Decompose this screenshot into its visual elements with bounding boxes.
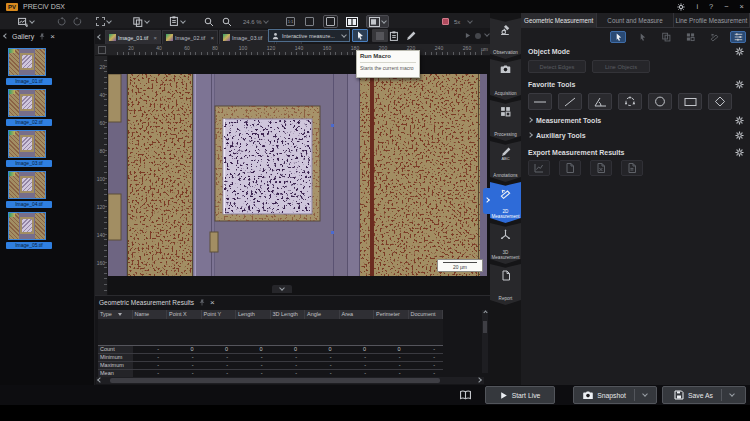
tab-line-profile-measurement[interactable]: Line Profile Measurement bbox=[674, 13, 750, 28]
close-icon[interactable]: × bbox=[740, 2, 744, 11]
scrollbar-thumb[interactable] bbox=[110, 378, 440, 383]
gallery-item[interactable]: Image_04.tif bbox=[0, 171, 95, 208]
column-header-type[interactable]: Type bbox=[98, 310, 133, 319]
column-header[interactable]: Point Y bbox=[202, 310, 237, 319]
auxiliary-tools-header[interactable]: Auxiliary Tools bbox=[528, 132, 586, 139]
nav-report[interactable]: Report bbox=[490, 264, 521, 305]
pin-icon[interactable] bbox=[38, 32, 46, 41]
tab-close-icon[interactable]: × bbox=[153, 35, 157, 41]
align-object-button[interactable] bbox=[682, 31, 698, 43]
export-chart-button[interactable] bbox=[528, 160, 550, 176]
measure-pointer-button[interactable] bbox=[706, 31, 722, 43]
image-nav-dot-icon[interactable] bbox=[475, 33, 481, 39]
export-file-button[interactable] bbox=[559, 160, 581, 176]
gallery-thumbnail[interactable] bbox=[8, 89, 46, 117]
circle-tool-button[interactable] bbox=[648, 93, 672, 110]
minimize-icon[interactable]: − bbox=[724, 2, 728, 11]
fit-to-window-button[interactable] bbox=[303, 15, 316, 28]
objective-lens-select[interactable]: 5x bbox=[440, 15, 474, 28]
column-header[interactable]: Length bbox=[236, 310, 271, 319]
gallery-thumbnail[interactable] bbox=[8, 171, 46, 199]
nav-2d-measurement[interactable]: 2D Measurement bbox=[490, 182, 521, 223]
save-as-menu-chevron-icon[interactable] bbox=[729, 391, 735, 397]
column-header[interactable]: Area bbox=[340, 310, 375, 319]
gallery-item[interactable]: Image_01.tif bbox=[0, 48, 95, 85]
nav-processing[interactable]: Processing bbox=[490, 100, 521, 141]
tool-options-button[interactable] bbox=[730, 31, 746, 43]
one-to-one-button[interactable]: 1:1 bbox=[284, 15, 297, 28]
pin-icon[interactable] bbox=[198, 298, 206, 307]
run-macro-button[interactable] bbox=[386, 29, 402, 42]
column-header[interactable]: 3D Length bbox=[271, 310, 306, 319]
export-image-button[interactable] bbox=[16, 15, 36, 28]
nav-acquisition[interactable]: Acquisition bbox=[490, 59, 521, 100]
info-icon[interactable]: i bbox=[696, 2, 698, 11]
line-objects-button[interactable]: Line Objects bbox=[592, 60, 650, 73]
help-icon[interactable]: ? bbox=[709, 2, 713, 11]
gallery-thumbnail[interactable] bbox=[8, 130, 46, 158]
zoom-out-button[interactable] bbox=[202, 15, 216, 28]
gallery-item[interactable]: Image_03.tif bbox=[0, 130, 95, 167]
tab-image-01[interactable]: Image_01.tif× bbox=[105, 30, 161, 44]
select-tool-button[interactable] bbox=[352, 29, 368, 42]
snapshot-button[interactable]: Snapshot bbox=[573, 386, 657, 404]
settings-gear-icon[interactable] bbox=[677, 3, 685, 11]
tab-image-03[interactable]: Image_03.tif× bbox=[219, 30, 275, 44]
results-close-icon[interactable]: × bbox=[210, 298, 215, 307]
results-horizontal-scrollbar[interactable] bbox=[96, 377, 484, 384]
actual-size-button[interactable] bbox=[323, 15, 338, 28]
gallery-thumbnail[interactable] bbox=[8, 212, 46, 240]
expand-bottom-handle[interactable] bbox=[272, 285, 292, 293]
measure-mode-dropdown[interactable]: Interactive measure... bbox=[268, 29, 350, 42]
tab-close-icon[interactable]: × bbox=[210, 35, 214, 41]
paste-button[interactable] bbox=[167, 15, 187, 28]
detect-edges-button[interactable]: Detect Edges bbox=[528, 60, 586, 73]
dual-view-button[interactable] bbox=[344, 15, 360, 28]
move-object-button[interactable] bbox=[658, 31, 674, 43]
auxiliary-tools-settings-gear-icon[interactable] bbox=[735, 131, 744, 140]
measurement-tools-header[interactable]: Measurement Tools bbox=[528, 117, 601, 124]
help-book-icon[interactable] bbox=[460, 390, 471, 400]
gallery-item[interactable]: Image_02.tif bbox=[0, 89, 95, 126]
tab-count-and-measure[interactable]: Count and Measure bbox=[597, 13, 673, 28]
collapse-gallery-icon[interactable] bbox=[3, 33, 9, 39]
window-layout-button[interactable] bbox=[366, 15, 389, 28]
gallery-item[interactable]: Image_05.tif bbox=[0, 212, 95, 249]
image-nav-menu-icon[interactable] bbox=[484, 31, 490, 37]
tab-scroll-left-icon[interactable] bbox=[97, 34, 103, 40]
edit-macro-button[interactable] bbox=[403, 29, 419, 42]
scrollbar-thumb[interactable] bbox=[483, 321, 487, 333]
expand-right-panel-handle[interactable] bbox=[483, 188, 490, 214]
gallery-thumbnail[interactable] bbox=[8, 48, 46, 76]
export-csv-button[interactable] bbox=[621, 160, 643, 176]
redo-button[interactable] bbox=[71, 15, 84, 28]
zoom-level-select[interactable]: 24.6 % bbox=[241, 15, 270, 28]
edit-object-button[interactable] bbox=[634, 31, 650, 43]
object-mode-settings-gear-icon[interactable] bbox=[735, 47, 744, 56]
image-nav-play-icon[interactable] bbox=[465, 32, 471, 39]
export-settings-gear-icon[interactable] bbox=[735, 148, 744, 157]
column-header[interactable]: Document bbox=[409, 310, 444, 319]
tab-geometric-measurement[interactable]: Geometric Measurement bbox=[521, 13, 597, 28]
polygon-tool-button[interactable] bbox=[708, 93, 732, 110]
rectangle-tool-button[interactable] bbox=[678, 93, 702, 110]
tab-image-02[interactable]: Image_02.tif× bbox=[162, 30, 218, 44]
copy-button[interactable] bbox=[131, 15, 151, 28]
zoom-in-button[interactable] bbox=[220, 15, 234, 28]
measurement-tools-settings-gear-icon[interactable] bbox=[735, 116, 744, 125]
polyline-tool-button[interactable] bbox=[558, 93, 582, 110]
favorite-tools-settings-gear-icon[interactable] bbox=[735, 80, 744, 89]
nav-annotations[interactable]: ABC Annotations bbox=[490, 141, 521, 182]
snapshot-menu-chevron-icon[interactable] bbox=[642, 391, 648, 397]
angle-tool-button[interactable] bbox=[588, 93, 612, 110]
select-region-button[interactable] bbox=[94, 15, 113, 28]
results-vertical-scrollbar[interactable] bbox=[482, 310, 488, 373]
select-object-button[interactable] bbox=[610, 31, 626, 43]
nav-observation[interactable]: Observation bbox=[490, 18, 521, 59]
column-header[interactable]: Name bbox=[133, 310, 168, 319]
undo-button[interactable] bbox=[55, 15, 68, 28]
column-header[interactable]: Point X bbox=[167, 310, 202, 319]
image-canvas[interactable]: 20 µm bbox=[108, 56, 490, 295]
save-as-button[interactable]: Save As bbox=[662, 386, 746, 404]
export-excel-button[interactable] bbox=[590, 160, 612, 176]
